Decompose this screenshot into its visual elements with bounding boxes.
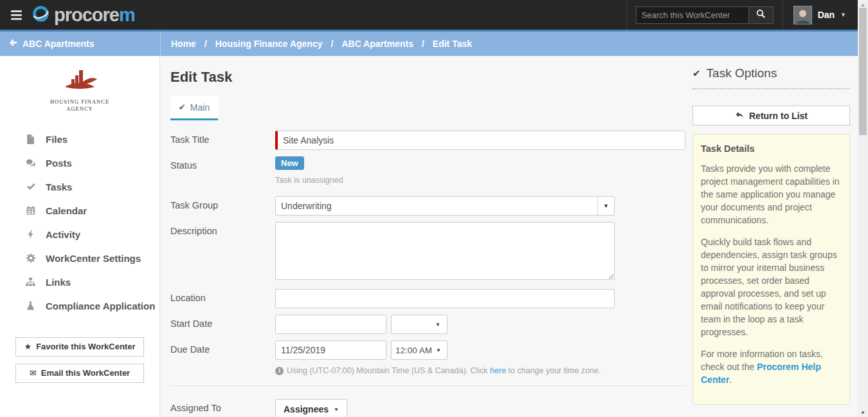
edit-task-form: Task Title Status New Task is unassigned… [170, 131, 685, 417]
description-textarea[interactable] [275, 222, 615, 280]
user-menu[interactable]: Dan ▼ [783, 6, 858, 24]
info-icon: i [275, 367, 284, 375]
location-label: Location [170, 289, 275, 308]
sidebar-item-activity[interactable]: Activity [0, 223, 159, 246]
change-timezone-link[interactable]: here [490, 366, 506, 375]
task-group-label: Task Group [170, 196, 275, 216]
task-group-select[interactable]: Underwriting ▼ [275, 196, 615, 216]
assigned-to-label: Assigned To [170, 399, 275, 417]
breadcrumb-home[interactable]: Home [171, 39, 196, 49]
calendar-icon [26, 206, 35, 215]
sidebar-item-files[interactable]: Files [0, 127, 159, 151]
chevron-down-icon: ▼ [334, 407, 339, 412]
start-time-select[interactable]: ▼ [391, 315, 448, 334]
logo-wordmark: procorem [54, 6, 135, 24]
status-note: Task is unassigned [275, 176, 685, 185]
avatar [793, 6, 812, 24]
sidebar-item-posts[interactable]: Posts [0, 151, 159, 175]
task-options-panel: ✔ Task Options Return to List Task Detai… [692, 66, 850, 405]
status-badge: New [275, 156, 304, 170]
due-date-label: Due Date [170, 340, 275, 375]
page-scrollbar[interactable]: ▲ ▼ [858, 0, 868, 417]
check-icon: ✔ [179, 102, 186, 112]
user-name: Dan [818, 10, 835, 20]
arrow-left-icon [9, 39, 17, 49]
sidebar-item-calendar[interactable]: Calendar [0, 199, 159, 223]
procorem-logo[interactable]: procorem [32, 5, 135, 25]
panel-title: ✔ Task Options [692, 66, 850, 89]
due-time-select[interactable]: 12:00 AM ▼ [391, 340, 448, 360]
breadcrumb-housing-finance-agency[interactable]: Housing Finance Agency [215, 39, 323, 49]
workcenter-bar: ABC Apartments Home / Housing Finance Ag… [0, 32, 858, 56]
chevron-down-icon: ▼ [435, 322, 447, 328]
comments-icon [26, 158, 35, 167]
location-input[interactable] [275, 289, 615, 308]
check-icon [26, 183, 35, 190]
scrollbar-thumb[interactable] [859, 8, 867, 135]
envelope-icon: ✉ [30, 368, 37, 378]
assignees-button[interactable]: Assignees ▼ [275, 399, 347, 417]
scroll-down-arrow[interactable]: ▼ [858, 408, 868, 417]
return-to-list-button[interactable]: Return to List [692, 106, 850, 125]
bolt-icon [26, 230, 35, 239]
description-label: Description [170, 222, 275, 283]
header-divider [626, 0, 627, 30]
status-label: Status [170, 156, 275, 185]
housing-finance-agency-mark [60, 68, 100, 95]
task-details-infobox: Task Details Tasks provide you with comp… [692, 134, 850, 405]
chevron-down-icon: ▼ [840, 12, 846, 18]
timezone-note: i Using (UTC-07:00) Mountain Time (US & … [275, 366, 685, 375]
sitemap-icon [26, 277, 35, 286]
form-divider [170, 385, 685, 386]
back-to-workcenter-link[interactable]: ABC Apartments [0, 39, 160, 49]
task-title-label: Task Title [170, 131, 275, 150]
breadcrumb-edit-task: Edit Task [433, 39, 472, 49]
sidebar-item-workcenter-settings[interactable]: WorkCenter Settings [0, 246, 159, 270]
file-icon [26, 134, 35, 144]
infobox-paragraph: For more information on tasks, check out… [701, 348, 842, 386]
chevron-down-icon: ▼ [597, 197, 614, 215]
top-header: procorem Dan ▼ [0, 0, 858, 30]
breadcrumb: Home / Housing Finance Agency / ABC Apar… [161, 39, 472, 49]
due-date-input[interactable] [275, 340, 386, 360]
org-logo[interactable]: HOUSING FINANCE AGENCY [32, 68, 128, 113]
sidebar-item-compliance-application[interactable]: Compliance Application [0, 294, 159, 318]
email-workcenter-button[interactable]: ✉ Email this WorkCenter [15, 364, 144, 383]
infobox-title: Task Details [701, 144, 842, 154]
breadcrumb-abc-apartments[interactable]: ABC Apartments [341, 39, 413, 49]
flask-icon [26, 301, 35, 310]
sidebar-nav: Files Posts Tasks Calendar Activity [0, 127, 159, 318]
sidebar-item-links[interactable]: Links [0, 270, 159, 294]
main-content: Edit Task ✔ Main Task Title Status New T… [161, 56, 858, 417]
sidebar-item-tasks[interactable]: Tasks [0, 175, 159, 199]
hamburger-menu-icon[interactable] [4, 0, 28, 30]
star-icon: ★ [24, 342, 32, 351]
org-logo-text: HOUSING FINANCE AGENCY [32, 98, 128, 113]
procorem-swirl-icon [32, 5, 50, 25]
tab-main[interactable]: ✔ Main [170, 96, 218, 120]
task-title-input[interactable] [275, 131, 685, 150]
search-icon [756, 9, 766, 21]
sidebar: HOUSING FINANCE AGENCY Files Posts Tasks [0, 56, 160, 417]
gear-icon [26, 254, 35, 263]
infobox-paragraph: Quickly build task flows and dependencie… [701, 236, 842, 338]
reply-arrow-icon [735, 111, 744, 121]
infobox-paragraph: Tasks provide you with complete project … [701, 162, 842, 227]
favorite-workcenter-button[interactable]: ★ Favorite this WorkCenter [15, 337, 144, 357]
search-button[interactable] [749, 6, 773, 24]
search-input[interactable] [636, 6, 749, 24]
start-date-input[interactable] [275, 315, 386, 334]
start-date-label: Start Date [170, 315, 275, 334]
chevron-down-icon: ▼ [436, 348, 447, 353]
check-icon: ✔ [692, 68, 701, 79]
